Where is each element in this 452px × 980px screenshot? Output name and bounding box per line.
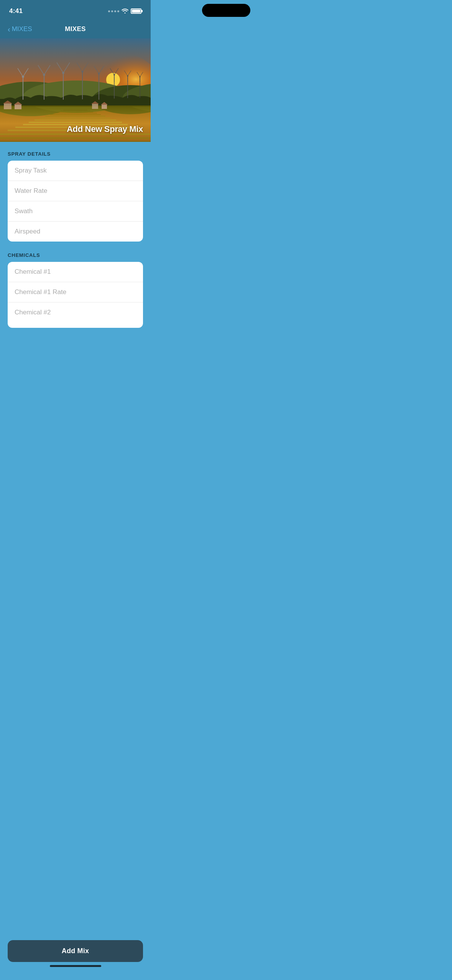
svg-rect-51 [102,105,107,109]
water-rate-field[interactable] [8,181,143,201]
battery-icon [131,8,141,14]
wifi-icon [122,8,128,15]
chemicals-title: CHEMICALS [8,252,143,258]
status-time: 4:41 [9,7,23,15]
chemical1-input[interactable] [15,268,136,276]
chevron-left-icon: ‹ [8,25,10,34]
svg-rect-50 [92,104,98,109]
back-button[interactable]: ‹ MIXES [8,25,32,34]
nav-bar: ‹ MIXES MIXES [0,21,151,38]
airspeed-input[interactable] [15,228,136,235]
spray-task-field[interactable] [8,161,143,181]
chemical1-rate-input[interactable] [15,288,136,296]
back-label: MIXES [12,25,32,33]
svg-rect-49 [15,105,21,109]
spray-task-input[interactable] [15,167,136,174]
status-icons [108,8,141,15]
spray-details-card [8,161,143,242]
airspeed-field[interactable] [8,222,143,242]
chemicals-card [8,262,143,328]
svg-rect-48 [4,104,12,109]
hero-image: Add New Spray Mix [0,38,151,142]
chemical1-rate-field[interactable] [8,282,143,303]
signal-icon [108,10,119,12]
chemical2-input[interactable] [15,309,136,316]
swath-field[interactable] [8,201,143,222]
water-rate-input[interactable] [15,187,136,195]
spray-details-title: SPRAY DETAILS [8,151,143,157]
main-content: SPRAY DETAILS CHEMICALS [0,142,151,385]
chemical1-field[interactable] [8,262,143,282]
chemical2-field[interactable] [8,303,143,328]
status-bar: 4:41 [0,0,151,21]
hero-title: Add New Spray Mix [67,124,143,134]
nav-title: MIXES [65,25,85,33]
swath-input[interactable] [15,207,136,215]
